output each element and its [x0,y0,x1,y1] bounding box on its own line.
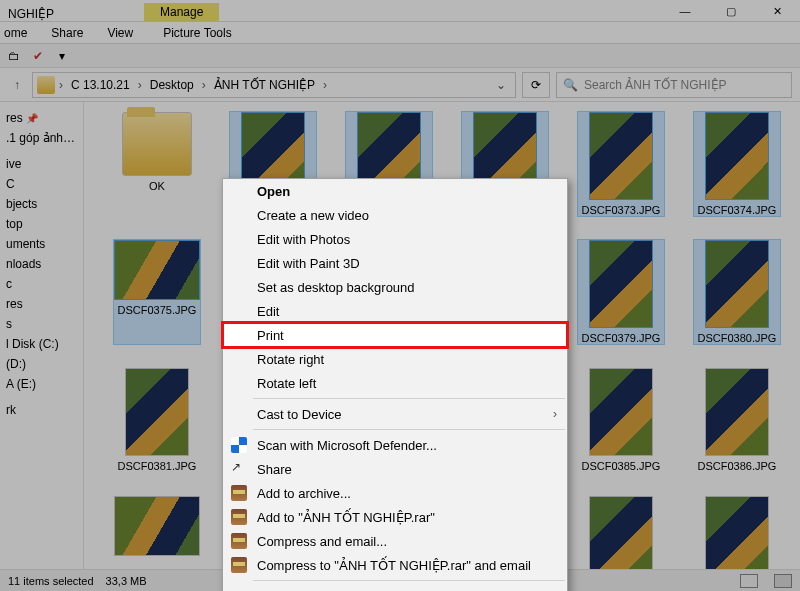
archive-icon [231,509,247,525]
chevron-right-icon: › [553,407,557,421]
nav-item[interactable]: nloads [4,254,79,274]
status-size: 33,3 MB [106,575,147,587]
file-item[interactable]: DSCF0385.JPG [578,368,664,472]
qat-dropdown-icon[interactable]: ▾ [54,48,70,64]
file-item[interactable]: DSCF0373.JPG [578,112,664,216]
chevron-right-icon[interactable]: › [202,78,206,92]
context-menu: Open Create a new video Edit with Photos… [222,178,568,591]
search-placeholder: Search ẢNH TỐT NGHIỆP [584,78,727,92]
thumbnail-image [125,368,189,456]
nav-item[interactable]: ive [4,154,79,174]
thumbnail-image [705,368,769,456]
nav-item[interactable]: .1 góp ảnh thàn [4,128,79,148]
close-button[interactable]: ✕ [754,0,800,22]
tab-home[interactable]: ome [4,26,27,40]
file-label: OK [149,180,165,192]
tab-share[interactable]: Share [51,26,83,40]
file-item[interactable]: DSCF0381.JPG [114,368,200,472]
file-label: DSCF0379.JPG [582,332,661,344]
chevron-right-icon[interactable]: › [59,78,63,92]
thumbnail-image [589,240,653,328]
archive-icon [231,557,247,573]
ctx-compress-to-email[interactable]: Compress to "ẢNH TỐT NGHIỆP.rar" and ema… [223,553,567,577]
ctx-create-video[interactable]: Create a new video [223,203,567,227]
nav-item[interactable]: res [4,294,79,314]
nav-item[interactable]: uments [4,234,79,254]
nav-item[interactable]: A (E:) [4,374,79,394]
qat-new-folder-icon[interactable]: 🗀 [6,48,22,64]
refresh-button[interactable]: ⟳ [522,72,550,98]
ctx-print[interactable]: Print [223,323,567,347]
maximize-button[interactable]: ▢ [708,0,754,22]
file-label: DSCF0385.JPG [582,460,661,472]
shield-icon [231,437,247,453]
file-item[interactable]: DSCF0375.JPG [114,240,200,344]
ctx-add-to-rar[interactable]: Add to "ẢNH TỐT NGHIỆP.rar" [223,505,567,529]
qat-properties-icon[interactable]: ✔ [30,48,46,64]
refresh-icon: ⟳ [531,78,541,92]
file-item[interactable]: DSCF0386.JPG [694,368,780,472]
ctx-open[interactable]: Open [223,179,567,203]
nav-item[interactable]: top [4,214,79,234]
thumbnail-image [114,496,200,556]
ctx-rotate-left[interactable]: Rotate left [223,371,567,395]
chevron-right-icon[interactable]: › [323,78,327,92]
file-label: DSCF0373.JPG [582,204,661,216]
address-bar-row: ↑ › C 13.10.21 › Desktop › ẢNH TỐT NGHIỆ… [0,68,800,102]
breadcrumb-segment[interactable]: ẢNH TỐT NGHIỆP [210,78,319,92]
search-box[interactable]: 🔍 Search ẢNH TỐT NGHIỆP [556,72,792,98]
ctx-rotate-right[interactable]: Rotate right [223,347,567,371]
tab-view[interactable]: View [107,26,133,40]
thumbnail-image [705,240,769,328]
file-item[interactable]: DSCF0380.JPG [694,240,780,344]
quick-access-toolbar: 🗀 ✔ ▾ [0,44,800,68]
nav-item[interactable]: C [4,174,79,194]
chevron-right-icon[interactable]: › [138,78,142,92]
thumbnail-image [705,112,769,200]
address-dropdown-icon[interactable]: ⌄ [491,78,511,92]
ctx-send-to[interactable]: Send to› [223,584,567,591]
nav-up-icon[interactable]: ↑ [8,76,26,94]
breadcrumb-segment[interactable]: Desktop [146,78,198,92]
thumbnail-view-icon[interactable] [774,574,792,588]
thumbnail-image [589,112,653,200]
address-bar[interactable]: › C 13.10.21 › Desktop › ẢNH TỐT NGHIỆP … [32,72,516,98]
nav-item[interactable]: bjects [4,194,79,214]
window-controls: — ▢ ✕ [662,0,800,22]
tab-picture-tools[interactable]: Picture Tools [163,26,231,40]
nav-item[interactable]: c [4,274,79,294]
share-icon [231,461,247,477]
breadcrumb-segment[interactable]: C 13.10.21 [67,78,134,92]
ctx-edit[interactable]: Edit [223,299,567,323]
ctx-compress-email[interactable]: Compress and email... [223,529,567,553]
ctx-set-background[interactable]: Set as desktop background [223,275,567,299]
nav-item[interactable]: l Disk (C:) [4,334,79,354]
folder-icon [37,76,55,94]
file-item[interactable]: DSCF0374.JPG [694,112,780,216]
ctx-edit-photos[interactable]: Edit with Photos [223,227,567,251]
ctx-edit-paint3d[interactable]: Edit with Paint 3D [223,251,567,275]
search-icon: 🔍 [563,78,578,92]
navigation-pane[interactable]: res 📌 .1 góp ảnh thàn ive C bjects top u… [0,102,84,569]
file-label: DSCF0386.JPG [698,460,777,472]
minimize-button[interactable]: — [662,0,708,22]
ctx-cast-to-device[interactable]: Cast to Device› [223,402,567,426]
ctx-scan-defender[interactable]: Scan with Microsoft Defender... [223,433,567,457]
status-selection: 11 items selected [8,575,94,587]
thumbnail-image [114,240,200,300]
ctx-separator [253,580,565,581]
nav-item[interactable]: res 📌 [4,108,79,128]
details-view-icon[interactable] [740,574,758,588]
window-title: NGHIỆP [8,7,54,21]
nav-item[interactable]: (D:) [4,354,79,374]
folder-item[interactable]: OK [114,112,200,216]
file-label: DSCF0381.JPG [118,460,197,472]
file-label: DSCF0380.JPG [698,332,777,344]
file-item[interactable]: DSCF0379.JPG [578,240,664,344]
archive-icon [231,485,247,501]
nav-item[interactable]: rk [4,400,79,420]
ctx-add-archive[interactable]: Add to archive... [223,481,567,505]
nav-item[interactable]: s [4,314,79,334]
ctx-share[interactable]: Share [223,457,567,481]
contextual-tab-manage[interactable]: Manage [144,3,219,21]
